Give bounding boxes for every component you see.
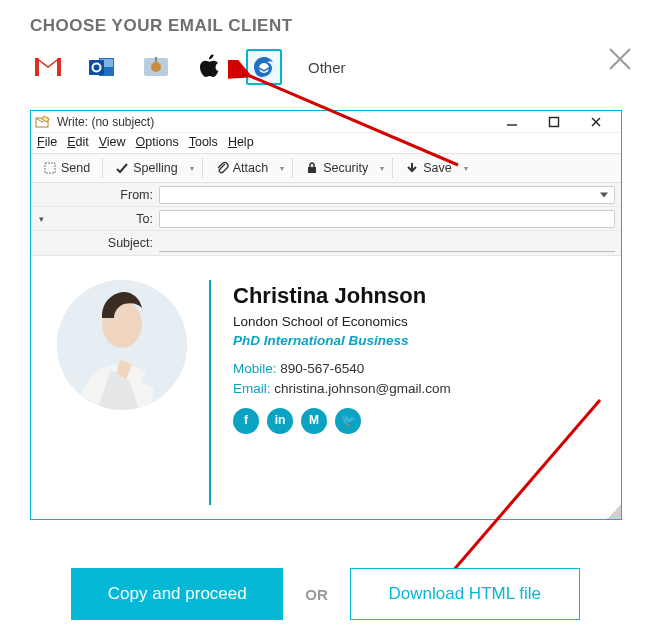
titlebar: Write: (no subject) [31,111,621,133]
or-label: OR [305,586,328,603]
avatar [57,280,187,410]
svg-point-8 [151,62,161,72]
maximize-icon [548,116,560,128]
save-label: Save [423,161,452,175]
signature-degree: PhD International Business [233,331,451,351]
menu-edit[interactable]: Edit [67,135,89,149]
signature-separator [209,280,211,505]
close-icon [590,116,602,128]
compose-body[interactable]: Christina Johnson London School of Econo… [31,256,621,519]
check-icon [115,161,129,175]
twitter-icon[interactable]: 🐦 [335,408,361,434]
menu-file[interactable]: File [37,135,57,149]
action-row: Copy and proceed OR Download HTML file [0,568,651,620]
social-row: f in M 🐦 [233,408,451,434]
subject-label: Subject: [31,236,159,250]
recipient-toggle[interactable]: ▾ [31,214,51,224]
security-label: Security [323,161,368,175]
compose-title-icon [35,114,51,130]
avatar-image [57,280,187,410]
attach-label: Attach [233,161,268,175]
signature-org: London School of Economics [233,312,451,332]
page-heading: CHOOSE YOUR EMAIL CLIENT [0,0,651,44]
window-maximize-button[interactable] [533,111,575,133]
spelling-label: Spelling [133,161,177,175]
mobile-value: 890-567-6540 [280,361,364,376]
spelling-button[interactable]: Spelling [109,158,183,178]
email-label: Email: [233,381,271,396]
toolbar: Send Spelling ▾ Attach ▾ Security ▾ Save… [31,153,621,183]
client-gmail[interactable] [30,49,66,85]
client-applemail[interactable] [138,49,174,85]
compose-window: Write: (no subject) File Edit View Optio… [30,110,622,520]
lock-icon [305,161,319,175]
resize-grip[interactable] [607,505,621,519]
thunderbird-icon [251,54,277,80]
menu-options[interactable]: Options [136,135,179,149]
svg-rect-19 [45,163,55,173]
email-value: christina.johnson@gmail.com [274,381,451,396]
subject-field[interactable] [159,234,615,252]
svg-marker-2 [39,61,57,76]
close-icon[interactable] [607,46,633,72]
svg-rect-0 [35,58,39,76]
save-button[interactable]: Save [399,158,458,178]
linkedin-icon[interactable]: in [267,408,293,434]
outlook-icon [89,55,115,79]
send-label: Send [61,161,90,175]
save-dropdown[interactable]: ▾ [462,158,470,178]
security-button[interactable]: Security [299,158,374,178]
svg-rect-1 [57,58,61,76]
apple-icon [199,54,221,80]
signature-block: Christina Johnson London School of Econo… [233,280,451,434]
gmail-icon [35,57,61,77]
compose-title: Write: (no subject) [57,115,491,129]
menu-view[interactable]: View [99,135,126,149]
svg-rect-5 [89,60,104,75]
applemail-icon [143,55,169,79]
download-html-button[interactable]: Download HTML file [350,568,580,620]
client-other[interactable]: Other [308,59,346,76]
to-field[interactable] [159,210,615,228]
send-button[interactable]: Send [37,158,96,178]
minimize-icon [506,116,518,128]
window-close-button[interactable] [575,111,617,133]
paperclip-icon [215,161,229,175]
copy-and-proceed-button[interactable]: Copy and proceed [71,568,283,620]
window-minimize-button[interactable] [491,111,533,133]
svg-rect-9 [155,57,157,62]
svg-rect-20 [308,167,316,173]
signature-name: Christina Johnson [233,280,451,312]
attach-dropdown[interactable]: ▾ [278,158,286,178]
mobile-label: Mobile: [233,361,277,376]
spelling-dropdown[interactable]: ▾ [188,158,196,178]
security-dropdown[interactable]: ▾ [378,158,386,178]
send-icon [43,161,57,175]
from-field[interactable] [159,186,615,204]
attach-button[interactable]: Attach [209,158,274,178]
menu-help[interactable]: Help [228,135,254,149]
medium-icon[interactable]: M [301,408,327,434]
client-picker: Other [0,44,651,90]
menu-tools[interactable]: Tools [189,135,218,149]
to-label: To: [51,212,159,226]
svg-rect-16 [550,117,559,126]
facebook-icon[interactable]: f [233,408,259,434]
client-apple[interactable] [192,49,228,85]
headers-area: From: ▾ To: Subject: [31,183,621,256]
client-outlook[interactable] [84,49,120,85]
client-thunderbird[interactable] [246,49,282,85]
from-label: From: [31,188,159,202]
menubar: File Edit View Options Tools Help [31,133,621,153]
save-icon [405,161,419,175]
